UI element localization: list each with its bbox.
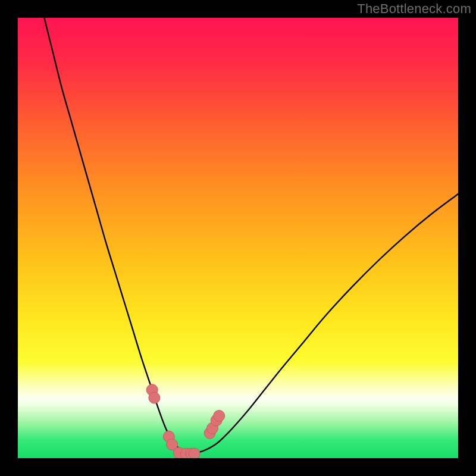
chart-frame: TheBottleneck.com [0, 0, 476, 476]
bottleneck-chart [18, 18, 458, 458]
plot-area [18, 18, 458, 458]
gradient-background [18, 18, 458, 458]
marker-point [214, 410, 225, 421]
marker-point [189, 448, 200, 458]
marker-point [149, 392, 160, 403]
watermark-text: TheBottleneck.com [357, 1, 471, 17]
